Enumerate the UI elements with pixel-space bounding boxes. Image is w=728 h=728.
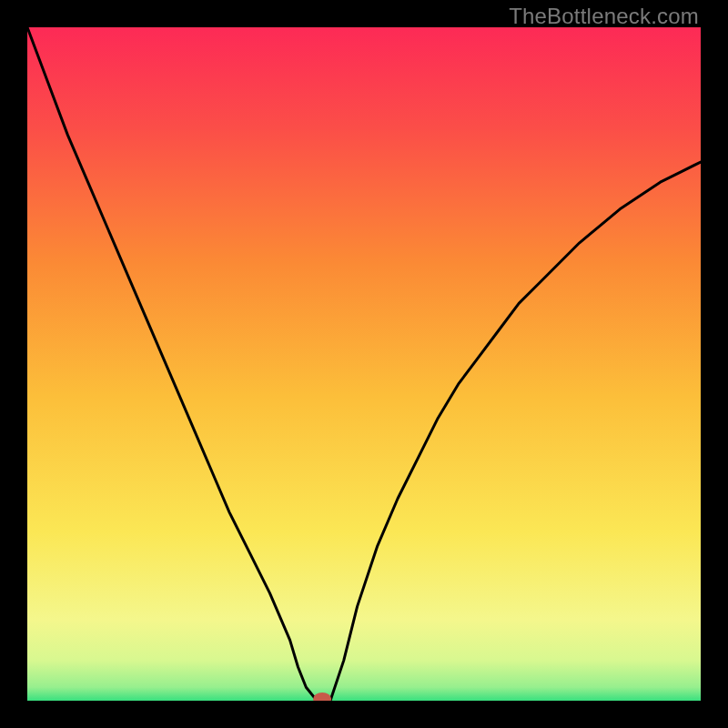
chart-svg bbox=[27, 27, 701, 701]
watermark-text: TheBottleneck.com bbox=[509, 4, 699, 29]
plot-area bbox=[27, 27, 701, 701]
gradient-background bbox=[27, 27, 701, 701]
chart-frame: TheBottleneck.com bbox=[0, 0, 728, 728]
